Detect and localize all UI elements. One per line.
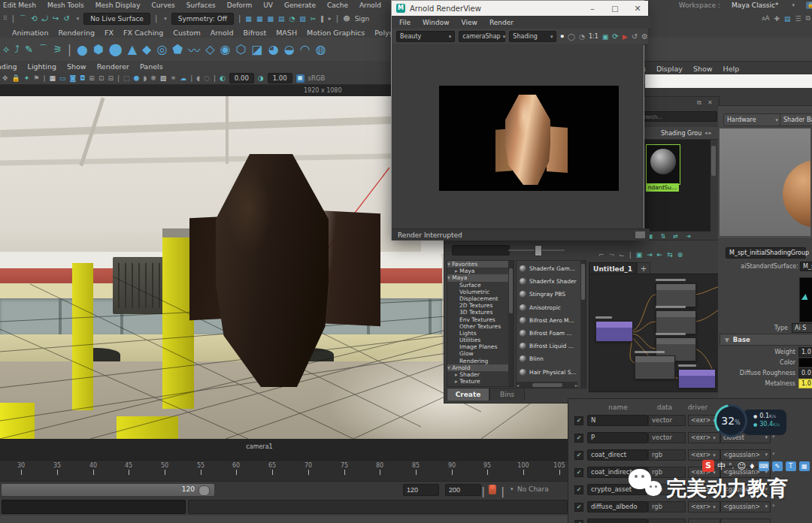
range-handle[interactable] xyxy=(198,485,210,496)
sidebar-character-icon[interactable]: ✚ xyxy=(774,15,780,23)
shelf-tab-motion-graphics[interactable]: Motion Graphics xyxy=(307,29,365,37)
panel-menu-panels[interactable]: Panels xyxy=(140,62,163,71)
renderview-titlebar[interactable]: M Arnold RenderView – □ ✕ xyxy=(392,1,648,16)
tree-volumetric[interactable]: Volumetric xyxy=(447,289,514,295)
create-node-item[interactable]: Shaderfx Shader xyxy=(520,275,586,288)
tree-scroll-thumb[interactable] xyxy=(509,268,513,313)
refresh-render-icon[interactable]: ⟳ xyxy=(612,32,618,41)
panel-menu-renderer[interactable]: Renderer xyxy=(97,62,129,71)
aov-name-field[interactable]: P xyxy=(587,432,648,443)
tree-env-textures[interactable]: Env Textures xyxy=(447,316,514,323)
tree-lights[interactable]: Lights xyxy=(447,330,514,337)
aov-name-field[interactable] xyxy=(587,518,648,523)
grid-toggle-icon[interactable]: ▦ xyxy=(49,74,56,82)
xray-icon[interactable]: ◌ xyxy=(204,74,210,82)
create-node-item[interactable]: Anisotropic xyxy=(520,301,586,314)
tree-scrollbar[interactable] xyxy=(508,261,514,386)
exposure-icon[interactable]: ◐ xyxy=(220,74,226,82)
menu-generate[interactable]: Generate xyxy=(284,2,316,9)
cut-icon[interactable]: ✂ xyxy=(311,15,317,23)
menu-cache[interactable]: Cache xyxy=(327,2,348,9)
curve-tool-icon[interactable]: ⟡ xyxy=(3,44,10,56)
snap-grid-icon[interactable]: ⟲ xyxy=(31,14,37,23)
poly-gear-icon[interactable]: ◕ xyxy=(268,42,279,56)
rv-menu-render[interactable]: Render xyxy=(489,19,514,26)
tab-scroll-right-icon[interactable]: ▸ xyxy=(709,130,712,136)
type-value-chip[interactable]: Ai S xyxy=(792,323,812,333)
create-node-item[interactable]: Stingray PBS xyxy=(520,288,586,301)
poly-plane-icon[interactable]: ◆ xyxy=(142,42,151,56)
create-node-list[interactable]: Shaderfx Gam... Shaderfx Shader Stingray… xyxy=(516,260,586,388)
time-slider[interactable]: 30 35 40 45 50 55 60 65 70 75 80 85 90 9… xyxy=(0,460,568,482)
aov-checkbox[interactable]: ✓ xyxy=(574,468,583,477)
poly-prism-icon[interactable]: ⬟ xyxy=(172,42,183,56)
tree-maya[interactable]: ▾ Maya xyxy=(447,274,514,281)
poly-sphere-icon[interactable]: ● xyxy=(77,42,88,57)
arrange-a-icon[interactable]: ⌐ xyxy=(598,251,604,258)
frame-rate-icon[interactable]: ◔ xyxy=(289,15,295,23)
shadows-icon[interactable]: ▨ xyxy=(160,74,167,82)
gamma-icon[interactable]: ◑ xyxy=(258,74,264,82)
tree-glow[interactable]: Glow xyxy=(447,350,514,357)
color-swatch[interactable] xyxy=(798,358,812,367)
right-menu-help[interactable]: Help xyxy=(723,65,740,73)
shelf-tab-fx[interactable]: FX xyxy=(105,29,114,37)
aov-checkbox[interactable]: ✓ xyxy=(574,485,583,494)
res-gate-icon[interactable]: ◙ xyxy=(69,74,76,82)
panel-close-icon[interactable]: ✕ xyxy=(707,99,713,106)
sidebar-layer-icon[interactable]: ☰ xyxy=(795,15,801,23)
shelf-tab-rendering[interactable]: Rendering xyxy=(58,29,95,37)
create-node-item[interactable]: Bifrost Foam ... xyxy=(520,327,586,340)
tree-other-textures[interactable]: Other Textures xyxy=(447,323,514,330)
snap-plane-icon[interactable]: ↪ xyxy=(53,14,59,23)
colorspace-icon[interactable]: ▦ xyxy=(296,74,304,83)
material-swatch-label[interactable]: ndardSu... xyxy=(646,183,679,192)
menu-uv[interactable]: UV xyxy=(263,2,273,9)
menu-arnold[interactable]: Arnold xyxy=(359,2,381,9)
restart-icon[interactable]: ↺ xyxy=(632,32,638,41)
safe-action-icon[interactable]: ⊡ xyxy=(98,74,105,82)
tree-image-planes[interactable]: Image Planes xyxy=(447,343,514,350)
aov-checkbox[interactable]: ✓ xyxy=(574,520,583,523)
ao-icon[interactable]: ☀ xyxy=(170,74,176,82)
tree-rendering[interactable]: Rendering xyxy=(447,358,514,364)
menu-curves[interactable]: Curves xyxy=(151,2,174,9)
property-title-field[interactable]: M_spt_initialShadingGroup xyxy=(726,247,806,258)
viewer-mode-select[interactable]: Shader Ball xyxy=(780,113,812,126)
shading-groups-tab[interactable]: Shading Grou xyxy=(661,130,701,137)
poly-cone-icon[interactable]: ▲ xyxy=(128,42,137,56)
pause-icon[interactable]: ‖ xyxy=(320,15,324,23)
mel-input-field[interactable] xyxy=(2,500,186,514)
tree-3d-textures[interactable]: 3D Textures xyxy=(447,309,514,316)
close-button[interactable]: ✕ xyxy=(629,4,647,14)
select-camera-icon[interactable]: ✥ xyxy=(2,74,8,82)
live-surface-field[interactable]: No Live Surface xyxy=(83,13,150,25)
create-node-item[interactable]: Hair Physical S... xyxy=(520,366,586,379)
create-node-item[interactable]: Shaderfx Gam... xyxy=(520,262,586,275)
create-node-item[interactable]: Bifrost Liquid ... xyxy=(520,340,586,352)
aov-select[interactable]: Beauty▾ xyxy=(396,31,455,42)
menu-edit-mesh[interactable]: Edit Mesh xyxy=(3,2,36,9)
poly-cube-icon[interactable]: ⬢ xyxy=(93,42,104,56)
shelf-tab-custom[interactable]: Custom xyxy=(173,29,200,37)
texture-node[interactable] xyxy=(595,321,633,342)
graph-remove-icon[interactable]: ⇤ xyxy=(657,251,663,258)
ipr-icon[interactable]: ▩ xyxy=(267,15,274,23)
shelf-tab-fx-caching[interactable]: FX Caching xyxy=(123,29,163,37)
character-set-icon[interactable] xyxy=(489,485,496,494)
poly-torus-icon[interactable]: ◎ xyxy=(156,42,167,56)
lock-camera-icon[interactable]: 🔒 xyxy=(12,74,20,82)
textured-icon[interactable]: ◗ xyxy=(143,74,147,82)
panel-float-icon[interactable]: ⧉ xyxy=(697,99,701,107)
menu-surfaces[interactable]: Surfaces xyxy=(186,2,216,9)
ep-curve-icon[interactable]: ⤴ xyxy=(15,44,20,55)
poly-extra-icon[interactable]: ◍ xyxy=(316,42,326,56)
poly-helix-icon[interactable]: ◇ xyxy=(205,42,214,56)
status-save-icon[interactable] xyxy=(635,231,645,238)
tree-displacement[interactable]: Displacement xyxy=(447,295,514,302)
aov-driver-select[interactable]: <exr>▾ xyxy=(688,432,720,443)
output-node[interactable] xyxy=(678,369,716,388)
swatch-scrollbar[interactable] xyxy=(710,140,717,231)
poly-soccer-icon[interactable]: ◉ xyxy=(220,42,231,56)
minimize-button[interactable]: – xyxy=(583,4,601,14)
